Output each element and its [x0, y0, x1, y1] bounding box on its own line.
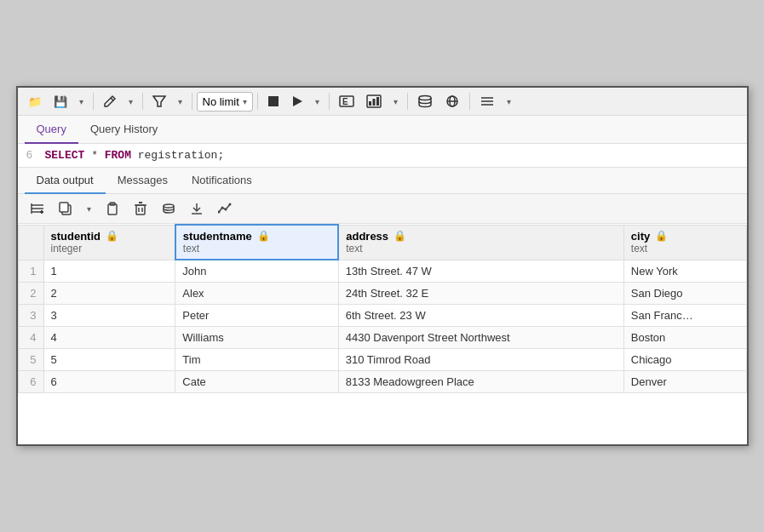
cell-studentname[interactable]: John	[175, 260, 338, 283]
svg-rect-27	[136, 205, 145, 215]
output-tabs: Data output Messages Notifications	[18, 168, 747, 194]
cell-city[interactable]: San Franc…	[623, 305, 746, 327]
limit-label: No limit	[203, 95, 239, 108]
sql-code: SELECT * FROM registration;	[45, 149, 225, 162]
lock-icon-city: 🔒	[655, 230, 668, 242]
cell-city[interactable]: Chicago	[623, 349, 746, 371]
svg-point-36	[221, 207, 223, 209]
table-row[interactable]: 2 2 Alex 24th Street. 32 E San Diego	[18, 283, 746, 305]
open-folder-button[interactable]: 📁	[23, 92, 47, 112]
cell-city[interactable]: San Diego	[623, 283, 746, 305]
download-button[interactable]	[184, 198, 210, 219]
row-num-header	[18, 225, 43, 260]
cell-city[interactable]: Denver	[623, 371, 746, 393]
table-row[interactable]: 5 5 Tim 310 Timrod Road Chicago	[18, 349, 746, 371]
cell-address[interactable]: 8133 Meadowgreen Place	[338, 371, 623, 393]
copy-dropdown-button[interactable]: ▾	[81, 201, 97, 217]
table-row[interactable]: 4 4 Williams 4430 Davenport Street North…	[18, 327, 746, 349]
svg-rect-24	[60, 203, 68, 212]
save-data-button[interactable]	[156, 198, 181, 219]
cell-address[interactable]: 310 Timrod Road	[338, 349, 623, 371]
cell-city[interactable]: Boston	[623, 327, 746, 349]
svg-rect-2	[268, 96, 279, 106]
cell-studentname[interactable]: Alex	[175, 283, 338, 305]
row-num-cell: 6	[18, 371, 43, 393]
edit-dropdown-button[interactable]: ▾	[124, 94, 138, 110]
stop-button[interactable]	[262, 92, 284, 111]
paste-button[interactable]	[100, 198, 125, 219]
svg-point-38	[228, 203, 231, 206]
toolbar: 📁 💾 ▾ ▾ ▾ No limit ▾	[18, 88, 747, 116]
data-table-container: studentid integer 🔒 studentname text	[18, 224, 747, 393]
line-number: 6	[26, 149, 37, 162]
table-row[interactable]: 6 6 Cate 8133 Meadowgreen Place Denver	[18, 371, 746, 393]
action-toolbar: ▾	[18, 194, 747, 224]
db-button[interactable]	[412, 91, 438, 112]
run-button[interactable]	[286, 92, 308, 111]
menu-button[interactable]	[474, 91, 500, 112]
cell-studentid[interactable]: 3	[43, 305, 175, 327]
tab-query[interactable]: Query	[25, 116, 78, 144]
svg-text:E: E	[342, 97, 348, 106]
lock-icon-studentname: 🔒	[257, 230, 270, 242]
data-table: studentid integer 🔒 studentname text	[18, 224, 747, 393]
bottom-space	[18, 393, 747, 444]
row-num-cell: 1	[18, 260, 43, 283]
svg-point-10	[419, 96, 431, 100]
col-header-studentid[interactable]: studentid integer 🔒	[43, 225, 175, 260]
cell-studentname[interactable]: Peter	[175, 305, 338, 327]
run-dropdown-button[interactable]: ▾	[310, 94, 325, 110]
delete-button[interactable]	[128, 198, 153, 219]
lock-icon-address: 🔒	[393, 230, 406, 242]
limit-dropdown[interactable]: No limit ▾	[197, 92, 253, 112]
limit-chevron: ▾	[243, 97, 247, 106]
edit-button[interactable]	[98, 91, 122, 112]
cell-studentid[interactable]: 6	[43, 371, 175, 393]
explain-button[interactable]: E	[334, 91, 359, 112]
cell-city[interactable]: New York	[623, 260, 746, 283]
cell-address[interactable]: 24th Street. 32 E	[338, 283, 623, 305]
chart-dropdown-button[interactable]: ▾	[388, 94, 403, 110]
svg-marker-1	[153, 96, 165, 106]
cell-studentid[interactable]: 4	[43, 327, 175, 349]
sql-editor[interactable]: 6 SELECT * FROM registration;	[18, 144, 747, 168]
db2-button[interactable]	[439, 91, 465, 112]
main-window: 📁 💾 ▾ ▾ ▾ No limit ▾	[16, 86, 749, 446]
col-header-city[interactable]: city text 🔒	[623, 225, 746, 260]
cell-studentid[interactable]: 1	[43, 260, 175, 283]
copy-button[interactable]	[53, 198, 78, 219]
tab-query-history[interactable]: Query History	[78, 116, 169, 144]
col-header-address[interactable]: address text 🔒	[338, 225, 623, 260]
cell-studentname[interactable]: Williams	[175, 327, 338, 349]
row-num-cell: 2	[18, 283, 43, 305]
cell-studentname[interactable]: Tim	[175, 349, 338, 371]
filter-button[interactable]	[147, 91, 171, 112]
graph-button[interactable]	[212, 198, 238, 219]
cell-address[interactable]: 13th Street. 47 W	[338, 260, 623, 283]
filter-dropdown-button[interactable]: ▾	[173, 94, 187, 110]
cell-studentid[interactable]: 5	[43, 349, 175, 371]
lock-icon-studentid: 🔒	[106, 230, 118, 242]
svg-marker-3	[293, 96, 302, 106]
tab-notifications[interactable]: Notifications	[180, 168, 264, 194]
tab-messages[interactable]: Messages	[106, 168, 180, 194]
table-row[interactable]: 3 3 Peter 6th Street. 23 W San Franc…	[18, 305, 746, 327]
main-tabs: Query Query History	[18, 116, 747, 144]
svg-rect-8	[372, 99, 375, 106]
tab-data-output[interactable]: Data output	[25, 168, 106, 194]
col-header-studentname[interactable]: studentname text 🔒	[175, 225, 338, 260]
save-dropdown-button[interactable]: ▾	[74, 94, 89, 110]
save-button[interactable]: 💾	[49, 92, 72, 112]
chart-button[interactable]	[361, 91, 387, 112]
menu-dropdown-button[interactable]: ▾	[502, 94, 516, 110]
svg-rect-25	[108, 204, 117, 215]
cell-studentid[interactable]: 2	[43, 283, 175, 305]
svg-rect-7	[369, 101, 371, 106]
add-row-button[interactable]	[25, 198, 50, 219]
cell-address[interactable]: 4430 Davenport Street Northwest	[338, 327, 623, 349]
svg-point-32	[164, 204, 174, 208]
cell-address[interactable]: 6th Street. 23 W	[338, 305, 623, 327]
cell-studentname[interactable]: Cate	[175, 371, 338, 393]
row-num-cell: 3	[18, 305, 43, 327]
table-row[interactable]: 1 1 John 13th Street. 47 W New York	[18, 260, 746, 283]
